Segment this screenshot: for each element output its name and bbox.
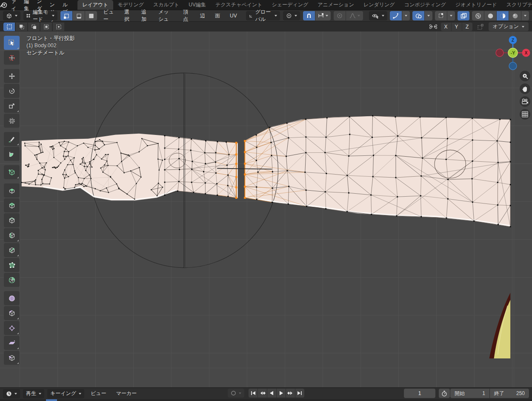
jump-end-button[interactable]: [295, 389, 304, 398]
end-frame-field[interactable]: 終了 250: [490, 389, 529, 398]
tab-7[interactable]: アニメーション: [313, 0, 359, 10]
jump-start-button[interactable]: [249, 389, 257, 398]
tool-annotate[interactable]: [4, 132, 20, 146]
timeline-track[interactable]: [0, 399, 532, 401]
current-frame-field[interactable]: 1: [404, 389, 435, 398]
menu-view[interactable]: ビュー: [100, 9, 118, 23]
tool-loop-cut[interactable]: [4, 228, 20, 242]
gizmo-negz-axis[interactable]: [509, 62, 517, 70]
tool-rotate[interactable]: [4, 84, 20, 98]
tool-rip-region[interactable]: [4, 351, 20, 365]
tool-scale[interactable]: [4, 99, 20, 113]
tab-6[interactable]: シェーディング: [267, 0, 313, 10]
overlays-dropdown[interactable]: [425, 11, 432, 20]
tool-tweak-select[interactable]: [4, 36, 20, 50]
show-gizmo-button[interactable]: [390, 11, 402, 20]
next-keyframe-button[interactable]: [286, 389, 295, 398]
mode-selector[interactable]: 編集モード: [23, 11, 57, 20]
timeline-view-menu[interactable]: ビュー: [87, 390, 110, 397]
tool-knife[interactable]: [4, 243, 20, 257]
menu-edit[interactable]: 編集: [20, 0, 33, 10]
tool-spin[interactable]: [4, 273, 20, 287]
menu-add[interactable]: 追加: [138, 9, 152, 23]
tool-extrude-region[interactable]: [4, 183, 20, 198]
snap-base-icon[interactable]: [477, 23, 484, 30]
menu-help[interactable]: ヘルプ: [59, 0, 72, 10]
show-overlays-button[interactable]: [412, 11, 424, 20]
mirror-y-button[interactable]: Y: [452, 23, 462, 31]
snap-target-button[interactable]: [315, 11, 331, 20]
menu-select[interactable]: 選択: [121, 9, 135, 23]
object-visibility-button[interactable]: [369, 11, 387, 20]
shading-material-button[interactable]: [497, 11, 509, 20]
tab-9[interactable]: コンポジティング: [400, 0, 451, 10]
tool-edge-slide[interactable]: [4, 306, 20, 320]
select-mode-set-button[interactable]: [3, 23, 15, 31]
timeline-marker-menu[interactable]: マーカー: [113, 390, 140, 397]
auto-key-button[interactable]: [228, 389, 244, 398]
shading-solid-button[interactable]: [484, 11, 496, 20]
tool-move[interactable]: [4, 69, 20, 83]
pan-button[interactable]: [520, 83, 530, 94]
camera-view-button[interactable]: [520, 96, 530, 107]
mesh-edit-overlays-dropdown[interactable]: [447, 11, 455, 20]
mirror-x-button[interactable]: X: [441, 23, 451, 31]
options-dropdown[interactable]: オプション: [489, 22, 529, 31]
face-select-button[interactable]: [85, 11, 97, 20]
tool-add-cube[interactable]: [4, 165, 20, 179]
tool-shear[interactable]: [4, 336, 20, 350]
tab-8[interactable]: レンダリング: [359, 0, 400, 10]
menu-file[interactable]: ファイル: [7, 0, 20, 10]
tool-cursor[interactable]: [4, 51, 20, 65]
navigation-gizmo[interactable]: Z X -Y: [495, 35, 531, 71]
menu-uv[interactable]: UV: [226, 13, 240, 19]
edge-select-button[interactable]: [73, 11, 85, 20]
proportional-falloff-button[interactable]: [346, 11, 363, 20]
select-mode-intersect-button[interactable]: [53, 23, 64, 31]
transform-orientation[interactable]: グローバル: [246, 11, 280, 20]
menu-face[interactable]: 面: [212, 12, 223, 20]
vertex-select-button[interactable]: [60, 11, 72, 20]
gizmo-negx-axis[interactable]: [496, 49, 503, 57]
tool-smooth[interactable]: [4, 291, 20, 305]
toggle-xray-button[interactable]: [458, 11, 469, 20]
start-frame-field[interactable]: 開始 1: [450, 389, 489, 398]
toggle-grid-button[interactable]: [520, 109, 530, 120]
tool-measure[interactable]: [4, 147, 20, 161]
shading-rendered-button[interactable]: [509, 11, 521, 20]
select-mode-invert-button[interactable]: [40, 23, 52, 31]
timeline-editor-type-button[interactable]: [3, 389, 20, 398]
menu-edge[interactable]: 辺: [197, 12, 209, 20]
tool-inset-faces[interactable]: [4, 198, 20, 212]
select-mode-subtract-button[interactable]: [28, 23, 40, 31]
pivot-point-button[interactable]: [283, 11, 300, 20]
playback-menu[interactable]: 再生: [23, 389, 44, 398]
tool-bevel[interactable]: [4, 213, 20, 227]
shading-wireframe-button[interactable]: [472, 11, 484, 20]
shading-dropdown[interactable]: [521, 11, 529, 20]
viewport-3d[interactable]: フロント・平行投影 (1) Body.002 センチメートル Z X -Y: [0, 32, 532, 387]
prev-keyframe-button[interactable]: [258, 389, 267, 398]
mirror-z-button[interactable]: Z: [462, 23, 472, 31]
tool-poly-build[interactable]: [4, 258, 20, 272]
play-reverse-button[interactable]: [267, 389, 276, 398]
select-mode-extend-button[interactable]: [16, 23, 27, 31]
tab-11[interactable]: スクリプティング: [502, 0, 532, 10]
snap-magnet-button[interactable]: [303, 11, 315, 20]
menu-vertex[interactable]: 頂点: [180, 9, 194, 23]
keying-menu[interactable]: キーイング: [47, 389, 84, 398]
blender-logo-icon[interactable]: [0, 0, 7, 10]
tool-shrink-fatten[interactable]: [4, 321, 20, 335]
play-button[interactable]: [277, 389, 286, 398]
playhead[interactable]: [46, 399, 57, 401]
menu-mesh[interactable]: メッシュ: [155, 9, 177, 23]
gizmo-dropdown[interactable]: [402, 11, 410, 20]
scale-icon: [8, 102, 16, 110]
zoom-button[interactable]: [520, 71, 530, 81]
proportional-edit-button[interactable]: [334, 11, 346, 20]
tool-transform[interactable]: [4, 114, 20, 128]
tab-10[interactable]: ジオメトリノード: [451, 0, 502, 10]
mesh-edit-overlays-button[interactable]: [435, 11, 447, 20]
editor-type-button[interactable]: [3, 11, 20, 20]
use-preview-range-button[interactable]: [439, 389, 450, 398]
